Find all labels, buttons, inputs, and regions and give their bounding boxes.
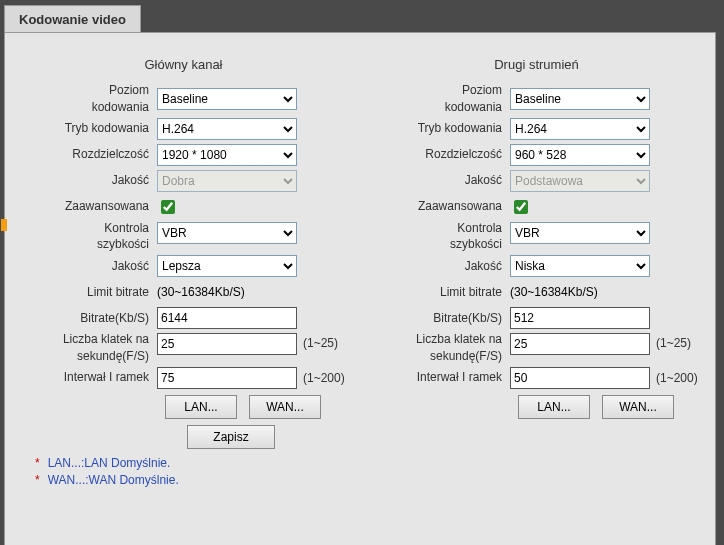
main-iframe-hint: (1~200) [297, 371, 345, 385]
sub-profile-select[interactable]: Baseline [510, 88, 650, 110]
label-quality2: Jakość [7, 258, 157, 275]
label-quality: Jakość [7, 172, 157, 189]
label-advanced: Zaawansowana [7, 198, 157, 215]
main-bitrate-limit: (30~16384Kb/S) [157, 285, 245, 299]
label-rate-control-sub: Kontrolaszybkości [360, 220, 510, 254]
sub-advanced-checkbox[interactable] [514, 200, 528, 214]
sub-stream-column: Drugi strumień Poziomkodowania Baseline … [360, 39, 713, 488]
sub-lan-button[interactable]: LAN... [518, 395, 590, 419]
save-button[interactable]: Zapisz [187, 425, 275, 449]
label-bitrate: Bitrate(Kb/S) [7, 310, 157, 327]
main-profile-select[interactable]: Baseline [157, 88, 297, 110]
sub-fps-hint: (1~25) [650, 331, 691, 350]
main-advanced-checkbox[interactable] [161, 200, 175, 214]
label-bitrate-sub: Bitrate(Kb/S) [360, 310, 510, 327]
sub-stream-title: Drugi strumień [360, 39, 713, 82]
sub-fps-input[interactable] [510, 333, 650, 355]
main-bitrate-input[interactable] [157, 307, 297, 329]
sub-quality-select: Podstawowa [510, 170, 650, 192]
label-fps-sub: Liczba klatek nasekundę(F/S) [360, 331, 510, 365]
label-advanced-sub: Zaawansowana [360, 198, 510, 215]
label-resolution: Rozdzielczość [7, 146, 157, 163]
main-iframe-input[interactable] [157, 367, 297, 389]
footnotes: *LAN...:LAN Domyślnie. *WAN...:WAN Domyś… [7, 449, 360, 489]
label-enc-mode: Tryb kodowania [7, 120, 157, 137]
marker-icon [1, 219, 7, 231]
main-lan-button[interactable]: LAN... [165, 395, 237, 419]
label-iframe: Interwał I ramek [7, 369, 157, 386]
sub-quality2-select[interactable]: Niska [510, 255, 650, 277]
main-resolution-select[interactable]: 1920 * 1080 [157, 144, 297, 166]
label-quality2-sub: Jakość [360, 258, 510, 275]
main-rate-control-select[interactable]: VBR [157, 222, 297, 244]
label-fps: Liczba klatek nasekundę(F/S) [7, 331, 157, 365]
label-profile: Poziomkodowania [7, 82, 157, 116]
settings-panel: Główny kanał Poziomkodowania Baseline Tr… [4, 32, 716, 545]
footnote-wan: WAN...:WAN Domyślnie. [48, 473, 179, 487]
sub-bitrate-limit: (30~16384Kb/S) [510, 285, 598, 299]
main-enc-mode-select[interactable]: H.264 [157, 118, 297, 140]
sub-iframe-hint: (1~200) [650, 371, 698, 385]
main-wan-button[interactable]: WAN... [249, 395, 321, 419]
main-stream-column: Główny kanał Poziomkodowania Baseline Tr… [7, 39, 360, 488]
main-quality2-select[interactable]: Lepsza [157, 255, 297, 277]
label-quality-sub: Jakość [360, 172, 510, 189]
main-fps-input[interactable] [157, 333, 297, 355]
main-fps-hint: (1~25) [297, 331, 338, 350]
sub-enc-mode-select[interactable]: H.264 [510, 118, 650, 140]
sub-resolution-select[interactable]: 960 * 528 [510, 144, 650, 166]
label-rate-control: Kontrolaszybkości [7, 220, 157, 254]
label-bitrate-limit: Limit bitrate [7, 284, 157, 301]
label-resolution-sub: Rozdzielczość [360, 146, 510, 163]
label-enc-mode-sub: Tryb kodowania [360, 120, 510, 137]
sub-bitrate-input[interactable] [510, 307, 650, 329]
sub-wan-button[interactable]: WAN... [602, 395, 674, 419]
label-profile-sub: Poziomkodowania [360, 82, 510, 116]
main-stream-title: Główny kanał [7, 39, 360, 82]
main-quality-select: Dobra [157, 170, 297, 192]
sub-rate-control-select[interactable]: VBR [510, 222, 650, 244]
sub-iframe-input[interactable] [510, 367, 650, 389]
label-iframe-sub: Interwał I ramek [360, 369, 510, 386]
footnote-lan: LAN...:LAN Domyślnie. [48, 456, 171, 470]
label-bitrate-limit-sub: Limit bitrate [360, 284, 510, 301]
tab-video-encoding[interactable]: Kodowanie video [4, 5, 141, 33]
